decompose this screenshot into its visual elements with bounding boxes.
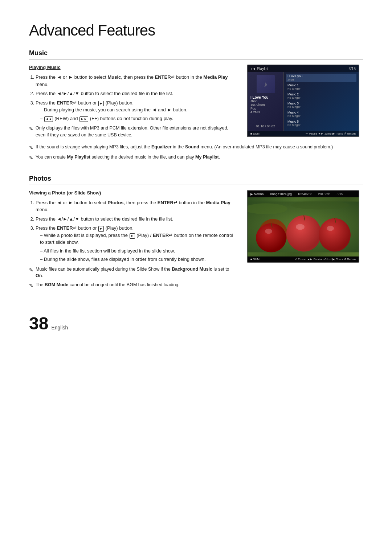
photos-section-title: Photos bbox=[29, 175, 363, 185]
playlist-item-1: Music 1 No Singer bbox=[286, 83, 356, 91]
music-sub-1: During playing the music, you can search… bbox=[40, 106, 236, 114]
photo-image-svg bbox=[248, 197, 359, 256]
photos-note-1: ✎ Music files can be automatically playe… bbox=[29, 266, 236, 280]
photos-steps-list: Press the ◄ or ► button to select Photos… bbox=[36, 199, 236, 263]
photo-screen-footer: ■ SUM ↵ Pause ◄► Previous/Next ▶| Tools … bbox=[248, 256, 359, 262]
track-time: 01:10 / 04:02 bbox=[256, 124, 275, 128]
music-screen-footer: ■ SUM ↵ Pause ◄► Jump ▶| Tools ↺ Return bbox=[248, 131, 359, 136]
playlist-item-3: Music 3 No Singer bbox=[286, 101, 356, 109]
music-screen-header: ♪◄ Playlist 3/15 bbox=[248, 65, 359, 72]
album-info: I Love You Jhon 1st Album Pop 4.2MB bbox=[250, 95, 281, 114]
music-screen-count: 3/15 bbox=[349, 67, 356, 71]
page-footer: 38 English bbox=[29, 306, 363, 333]
photo-footer-left: ■ SUM bbox=[250, 258, 260, 261]
playing-music-subtitle: Playing Music bbox=[29, 65, 236, 70]
music-step-1: Press the ◄ or ► button to select Music,… bbox=[36, 74, 236, 88]
music-playlist-label: ♪◄ Playlist bbox=[250, 67, 268, 71]
music-screen-body: ♪ I Love You Jhon 1st Album Pop 4.2MB 01… bbox=[248, 72, 359, 131]
svg-point-7 bbox=[296, 224, 305, 230]
track-size: 4.2MB bbox=[250, 110, 281, 114]
photo-filename: Image1024.jpg bbox=[270, 192, 292, 196]
music-playlist-panel: I Love you Jhon Music 1 No Singer Music … bbox=[284, 72, 359, 131]
music-album-panel: ♪ I Love You Jhon 1st Album Pop 4.2MB 01… bbox=[248, 72, 284, 131]
page-title: Advanced Features bbox=[29, 22, 363, 39]
photos-content-left: Viewing a Photo (or Slide Show) Press th… bbox=[29, 190, 236, 292]
music-note-1: ✎ Only displays the files with MP3 and P… bbox=[29, 125, 236, 139]
playlist-item-4: Music 4 No Singer bbox=[286, 110, 356, 118]
note-icon-1: ✎ bbox=[29, 125, 33, 133]
photo-screen-container: ▶ Normal Image1024.jpg 1024×768 2010/2/1… bbox=[247, 190, 363, 292]
photos-note-2: ✎ The BGM Mode cannot be changed until t… bbox=[29, 282, 236, 290]
photos-step-1: Press the ◄ or ► button to select Photos… bbox=[36, 199, 236, 213]
music-sub-bullets: During playing the music, you can search… bbox=[40, 106, 236, 122]
track-album-label: 1st Album bbox=[250, 103, 281, 107]
photo-date: 2010/2/1 bbox=[318, 192, 331, 196]
playlist-item-5: Music 5 No Singer bbox=[286, 119, 356, 127]
music-screen-container: ♪◄ Playlist 3/15 ♪ I Love You Jhon 1st A… bbox=[247, 65, 363, 141]
photo-screen: ▶ Normal Image1024.jpg 1024×768 2010/2/1… bbox=[247, 190, 359, 263]
viewing-photo-subtitle: Viewing a Photo (or Slide Show) bbox=[29, 190, 236, 196]
svg-point-4 bbox=[286, 215, 321, 251]
note-icon-5: ✎ bbox=[29, 282, 33, 290]
music-sub-2: ◄◄ (REW) and ►► (FF) buttons do not func… bbox=[40, 115, 236, 122]
music-section-title: Music bbox=[29, 49, 363, 59]
svg-point-8 bbox=[327, 226, 334, 231]
photo-footer-right: ↵ Pause ◄► Previous/Next ▶| Tools ↺ Retu… bbox=[295, 258, 356, 261]
music-footer-right: ↵ Pause ◄► Jump ▶| Tools ↺ Return bbox=[306, 132, 356, 135]
music-footer-left: ■ SUM bbox=[250, 132, 260, 135]
svg-point-2 bbox=[291, 201, 349, 209]
track-artist: Jhon bbox=[250, 99, 281, 103]
photos-sub-bullets: While a photo list is displayed, press t… bbox=[40, 232, 236, 263]
page-language: English bbox=[51, 325, 68, 330]
note-icon-2: ✎ bbox=[29, 144, 33, 152]
photos-section: Photos Viewing a Photo (or Slide Show) P… bbox=[29, 175, 363, 292]
music-note-3: ✎ You can create My Playlist selecting t… bbox=[29, 154, 363, 162]
photo-screen-header: ▶ Normal Image1024.jpg 1024×768 2010/2/1… bbox=[248, 191, 359, 197]
music-screen: ♪◄ Playlist 3/15 ♪ I Love You Jhon 1st A… bbox=[247, 65, 359, 137]
music-step-3: Press the ENTER↵ button or ► (Play) butt… bbox=[36, 99, 236, 122]
svg-point-9 bbox=[265, 229, 272, 234]
music-content-left: Playing Music Press the ◄ or ► button to… bbox=[29, 65, 236, 141]
photos-step-3: Press the ENTER↵ button or ► (Play) butt… bbox=[36, 225, 236, 263]
playlist-item-0: I Love you Jhon bbox=[286, 74, 356, 82]
album-art-icon: ♪ bbox=[257, 75, 275, 93]
music-note-2: ✎ If the sound is strange when playing M… bbox=[29, 144, 363, 152]
track-title: I Love You bbox=[250, 95, 281, 99]
music-section: Music Playing Music Press the ◄ or ► but… bbox=[29, 49, 363, 162]
playlist-item-2: Music 2 No Singer bbox=[286, 92, 356, 100]
photos-sub-2: All files in the file list section will … bbox=[40, 247, 236, 255]
music-steps-list: Press the ◄ or ► button to select Music,… bbox=[36, 74, 236, 122]
photo-count: 3/15 bbox=[336, 192, 343, 196]
photo-mode: ▶ Normal bbox=[250, 192, 265, 196]
photo-resolution: 1024×768 bbox=[298, 192, 312, 196]
photos-sub-3: During the slide show, files are display… bbox=[40, 256, 236, 263]
photos-step-2: Press the ◄/►/▲/▼ button to select the d… bbox=[36, 215, 236, 223]
music-step-2: Press the ◄/►/▲/▼ button to select the d… bbox=[36, 90, 236, 97]
svg-point-5 bbox=[319, 218, 351, 251]
track-genre: Pop bbox=[250, 107, 281, 110]
photos-sub-1: While a photo list is displayed, press t… bbox=[40, 232, 236, 246]
photo-display-area bbox=[248, 197, 359, 256]
note-icon-3: ✎ bbox=[29, 154, 33, 162]
page-number: 38 bbox=[29, 313, 48, 333]
svg-point-6 bbox=[256, 223, 286, 252]
note-icon-4: ✎ bbox=[29, 266, 33, 274]
